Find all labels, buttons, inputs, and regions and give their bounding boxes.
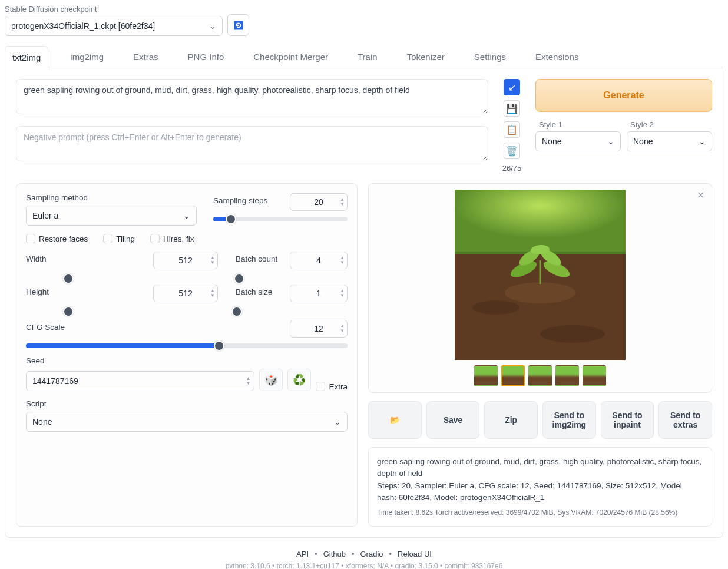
tab-img2img[interactable]: img2img — [62, 45, 111, 68]
batch-count-input[interactable]: 4▲▼ — [290, 252, 348, 269]
thumbnail-1[interactable] — [501, 365, 525, 386]
send-extras-button[interactable]: Send to extras — [658, 401, 712, 439]
folder-icon: 📂 — [390, 415, 400, 425]
chevron-down-icon: ⌄ — [183, 211, 190, 220]
spinner-icon[interactable]: ▲▼ — [340, 289, 345, 298]
extra-checkbox[interactable]: Extra — [316, 382, 348, 391]
batch-size-label: Batch size — [236, 287, 272, 296]
thumbnail-3[interactable] — [555, 365, 579, 386]
cfg-label: CFG Scale — [26, 323, 65, 332]
close-icon[interactable]: ✕ — [697, 190, 704, 201]
style2-select[interactable]: None⌄ — [627, 131, 712, 151]
zip-button[interactable]: Zip — [484, 401, 538, 439]
generation-info: green sapling rowing out of ground, mud,… — [368, 447, 712, 527]
height-label: Height — [26, 287, 49, 296]
script-select[interactable]: None⌄ — [26, 412, 348, 432]
footer-links: API•Github•Gradio•Reload UI — [5, 550, 723, 558]
send-inpaint-button[interactable]: Send to inpaint — [601, 401, 654, 439]
dice-icon: 🎲 — [264, 373, 277, 386]
sampling-steps-label: Sampling steps — [213, 196, 267, 205]
spinner-icon[interactable]: ▲▼ — [210, 256, 215, 265]
floppy-icon: 💾 — [506, 103, 518, 114]
tab-train[interactable]: Train — [350, 45, 385, 68]
dice-seed-button[interactable]: 🎲 — [259, 369, 283, 391]
clipboard-icon: 📋 — [506, 124, 518, 135]
chevron-down-icon: ⌄ — [699, 137, 706, 146]
sampling-method-label: Sampling method — [26, 193, 197, 202]
generate-button[interactable]: Generate — [535, 79, 712, 112]
spinner-icon[interactable]: ▲▼ — [340, 324, 345, 333]
thumbnail-0[interactable] — [474, 365, 498, 386]
output-gallery: ✕ — [368, 183, 712, 393]
style2-label: Style 2 — [627, 120, 712, 129]
thumbnail-4[interactable] — [583, 365, 606, 386]
paste-button[interactable]: 📋 — [504, 121, 520, 138]
sampling-method-select[interactable]: Euler a⌄ — [26, 206, 197, 226]
tab-png-info[interactable]: PNG Info — [180, 45, 232, 68]
info-params: Steps: 20, Sampler: Euler a, CFG scale: … — [377, 480, 703, 504]
tab-txt2img[interactable]: txt2img — [5, 46, 48, 68]
seed-input[interactable]: 1441787169▲▼ — [26, 371, 254, 391]
svg-point-5 — [540, 325, 605, 343]
prompt-input[interactable] — [16, 79, 488, 114]
spinner-icon[interactable]: ▲▼ — [246, 376, 251, 386]
interrogate-button[interactable]: ↙ — [504, 79, 520, 95]
tab-checkpoint-merger[interactable]: Checkpoint Merger — [246, 45, 336, 68]
tab-extensions[interactable]: Extensions — [528, 45, 586, 68]
restore-faces-checkbox[interactable]: Restore faces — [26, 234, 88, 243]
arrow-icon: ↙ — [508, 82, 516, 93]
negative-prompt-input[interactable] — [16, 126, 488, 161]
cfg-input[interactable]: 12▲▼ — [290, 320, 348, 338]
recycle-icon: ♻️ — [293, 373, 306, 386]
checkpoint-label: Stable Diffusion checkpoint — [5, 5, 223, 14]
thumbnail-2[interactable] — [528, 365, 552, 386]
output-image[interactable] — [455, 190, 626, 360]
tab-tokenizer[interactable]: Tokenizer — [399, 45, 452, 68]
info-prompt: green sapling rowing out of ground, mud,… — [377, 456, 703, 480]
spinner-icon[interactable]: ▲▼ — [340, 197, 345, 207]
open-folder-button[interactable]: 📂 — [368, 401, 422, 439]
checkpoint-value: protogenX34OfficialR_1.ckpt [60fe2f34] — [11, 21, 155, 31]
footer-link-github[interactable]: Github — [323, 550, 346, 558]
clear-button[interactable]: 🗑️ — [504, 143, 520, 159]
batch-size-input[interactable]: 1▲▼ — [290, 284, 348, 302]
height-input[interactable]: 512▲▼ — [153, 284, 218, 302]
width-input[interactable]: 512▲▼ — [153, 252, 218, 269]
footer-link-api[interactable]: API — [296, 550, 309, 558]
spinner-icon[interactable]: ▲▼ — [210, 289, 215, 298]
cfg-slider[interactable] — [26, 343, 348, 348]
footer-link-reload-ui[interactable]: Reload UI — [398, 550, 432, 558]
width-label: Width — [26, 254, 47, 263]
refresh-checkpoint-button[interactable] — [227, 14, 249, 36]
spinner-icon[interactable]: ▲▼ — [340, 256, 345, 265]
svg-point-6 — [505, 282, 575, 303]
batch-count-label: Batch count — [236, 254, 277, 263]
save-button[interactable]: Save — [426, 401, 480, 439]
save-prompt-button[interactable]: 💾 — [504, 100, 520, 117]
refresh-icon — [233, 19, 244, 31]
hires-fix-checkbox[interactable]: Hires. fix — [150, 234, 194, 243]
info-stats: Time taken: 8.62s Torch active/reserved:… — [377, 507, 703, 518]
recycle-seed-button[interactable]: ♻️ — [287, 369, 311, 391]
footer-versions: python: 3.10.6 • torch: 1.13.1+cu117 • x… — [5, 562, 723, 569]
sampling-steps-slider[interactable] — [213, 217, 348, 221]
tab-settings[interactable]: Settings — [466, 45, 514, 68]
script-label: Script — [26, 399, 348, 408]
style1-label: Style 1 — [535, 120, 621, 129]
chevron-down-icon: ⌄ — [334, 417, 341, 426]
style1-select[interactable]: None⌄ — [535, 131, 621, 151]
chevron-down-icon: ⌄ — [607, 137, 614, 146]
trash-icon: 🗑️ — [506, 145, 518, 157]
seed-label: Seed — [26, 356, 348, 365]
tiling-checkbox[interactable]: Tiling — [103, 234, 135, 243]
svg-rect-1 — [455, 190, 626, 254]
main-tabs: txt2imgimg2imgExtrasPNG InfoCheckpoint M… — [5, 45, 723, 68]
sampling-steps-input[interactable]: 20▲▼ — [290, 193, 348, 211]
send-img2img-button[interactable]: Send to img2img — [542, 401, 596, 439]
checkpoint-select[interactable]: protogenX34OfficialR_1.ckpt [60fe2f34] ⌄ — [5, 16, 223, 36]
token-count: 26/75 — [502, 164, 522, 173]
tab-extras[interactable]: Extras — [125, 45, 166, 68]
chevron-down-icon: ⌄ — [209, 21, 216, 31]
footer-link-gradio[interactable]: Gradio — [360, 550, 383, 558]
svg-point-4 — [472, 300, 519, 315]
